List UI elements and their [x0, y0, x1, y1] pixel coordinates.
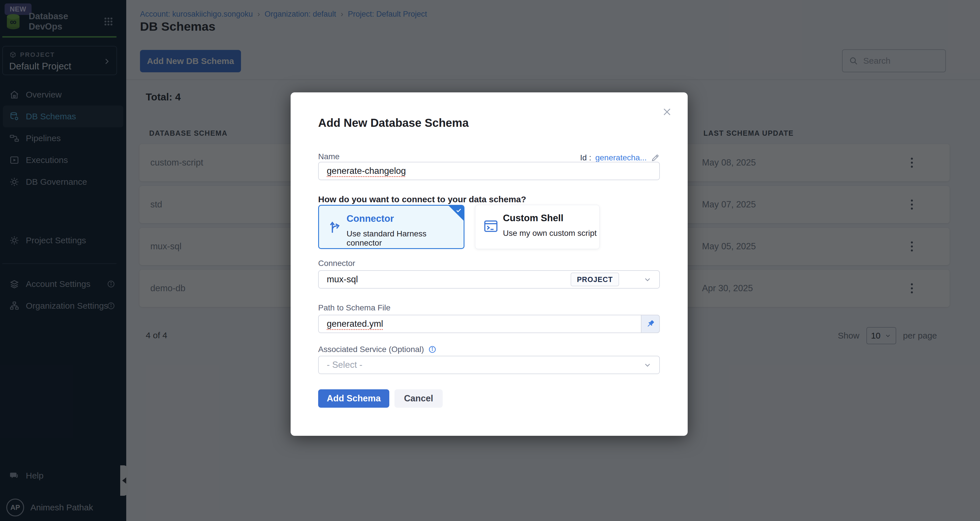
custom-shell-option-subtitle: Use my own custom script	[503, 229, 597, 238]
scope-badge: PROJECT	[571, 272, 619, 286]
modal-title: Add New Database Schema	[318, 116, 469, 129]
terminal-icon	[483, 218, 499, 234]
pushpin-icon	[645, 319, 655, 329]
info-icon[interactable]	[428, 345, 437, 354]
connector-select[interactable]: mux-sql PROJECT	[318, 270, 660, 288]
custom-shell-option-title: Custom Shell	[503, 213, 563, 223]
connection-question: How do you want to connect to your data …	[318, 194, 526, 204]
name-label: Name	[318, 152, 340, 161]
modal-actions: Add Schema Cancel	[318, 389, 443, 408]
edit-pencil-icon[interactable]	[651, 153, 660, 163]
service-placeholder: - Select -	[327, 360, 362, 370]
branch-arrows-icon	[326, 219, 343, 236]
connector-option-subtitle: Use standard Harness connector	[347, 229, 464, 248]
id-value-link[interactable]: generatecha...	[595, 153, 647, 163]
connector-value: mux-sql	[327, 274, 358, 285]
id-prefix: Id :	[580, 153, 591, 163]
add-schema-modal: Add New Database Schema Name Id : genera…	[291, 92, 688, 436]
connector-label: Connector	[318, 259, 355, 268]
path-input[interactable]: generated.yml	[318, 315, 660, 333]
chevron-down-icon	[643, 361, 652, 369]
close-icon[interactable]	[659, 104, 675, 120]
path-value: generated.yml	[327, 319, 383, 329]
check-icon	[455, 207, 462, 214]
service-label: Associated Service (Optional)	[318, 345, 424, 354]
service-label-row: Associated Service (Optional)	[318, 345, 437, 354]
service-select[interactable]: - Select -	[318, 356, 660, 374]
connector-option-title: Connector	[347, 213, 394, 224]
connector-option-card[interactable]: Connector Use standard Harness connector	[318, 205, 465, 249]
cancel-button[interactable]: Cancel	[395, 389, 443, 408]
schema-id-line: Id : generatecha...	[580, 153, 660, 163]
custom-shell-option-card[interactable]: Custom Shell Use my own custom script	[475, 205, 600, 249]
pin-button[interactable]	[641, 315, 660, 333]
chevron-down-icon	[643, 275, 652, 284]
name-input[interactable]: generate-changelog	[318, 162, 660, 180]
name-value: generate-changelog	[327, 166, 406, 176]
path-label: Path to Schema File	[318, 303, 390, 312]
add-schema-button[interactable]: Add Schema	[318, 389, 389, 408]
